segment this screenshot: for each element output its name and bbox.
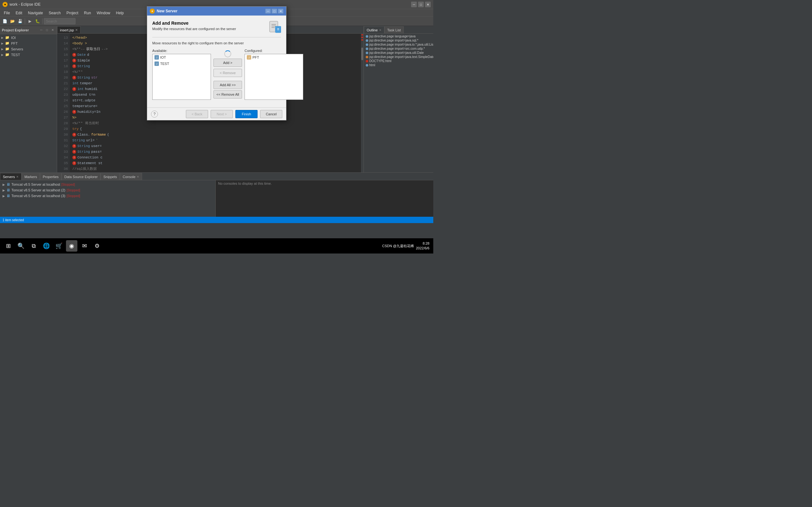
available-list[interactable]: J IOT J TEST bbox=[152, 54, 211, 100]
item-label: IOT bbox=[160, 55, 166, 59]
back-button[interactable]: < Back bbox=[186, 110, 208, 118]
add-remove-all-group: Add All >> << Remove All bbox=[213, 81, 242, 99]
taskbar-clock: 8:28 2022/6/6 bbox=[416, 241, 429, 251]
dialog-overlay: ● New Server ─ □ ✕ Add and Remove Modify… bbox=[0, 0, 433, 253]
list-item-iot[interactable]: J IOT bbox=[153, 54, 211, 60]
dialog-title-buttons: ─ □ ✕ bbox=[265, 9, 284, 14]
available-label: Available: bbox=[152, 49, 211, 53]
taskbar-right: CSDN @九凝枯花稀 8:28 2022/6/6 bbox=[378, 241, 433, 251]
dialog-step-title: Add and Remove bbox=[152, 20, 264, 26]
list-item-test[interactable]: J TEST bbox=[153, 60, 211, 67]
dialog-maximize-btn[interactable]: □ bbox=[271, 9, 277, 14]
dialog-step-desc: Modify the resources that are configured… bbox=[152, 27, 264, 31]
help-button[interactable]: ? bbox=[151, 111, 158, 118]
settings-icon[interactable]: ⚙ bbox=[91, 240, 103, 251]
time-display: 8:28 bbox=[416, 241, 429, 246]
dialog-title: New Server bbox=[157, 9, 263, 13]
configured-section: Configured: J PFT bbox=[245, 49, 303, 100]
start-button[interactable]: ⊞ bbox=[3, 240, 14, 251]
next-button[interactable]: Next > bbox=[211, 110, 233, 118]
store-icon[interactable]: 🛒 bbox=[53, 240, 65, 251]
add-button[interactable]: Add > bbox=[213, 59, 242, 67]
available-section: Available: J IOT J TEST bbox=[152, 49, 211, 100]
project-icon: J bbox=[247, 55, 251, 60]
date-display: 2022/6/6 bbox=[416, 246, 429, 250]
dialog-title-bar: ● New Server ─ □ ✕ bbox=[147, 7, 286, 15]
dialog-columns: Available: J IOT J TEST bbox=[152, 49, 281, 100]
csdn-label: CSDN @九凝枯花稀 bbox=[382, 244, 414, 248]
dialog-close-btn[interactable]: ✕ bbox=[278, 9, 284, 14]
browser-icon[interactable]: 🌐 bbox=[41, 240, 52, 251]
item-label: TEST bbox=[160, 62, 169, 66]
remove-all-button[interactable]: << Remove All bbox=[213, 90, 242, 99]
dialog-header: Add and Remove Modify the resources that… bbox=[152, 20, 281, 38]
dialog-header-icon bbox=[268, 20, 281, 33]
dialog-footer: ? < Back Next > Finish Cancel bbox=[147, 107, 286, 120]
add-remove-group: Add > < Remove bbox=[213, 50, 242, 77]
configured-list[interactable]: J PFT bbox=[245, 54, 303, 100]
spinner bbox=[224, 50, 231, 57]
dialog-icon: ● bbox=[150, 9, 155, 14]
task-view-button[interactable]: ⧉ bbox=[28, 240, 39, 251]
finish-button[interactable]: Finish bbox=[235, 110, 258, 118]
taskbar: ⊞ 🔍 ⧉ 🌐 🛒 ◉ ✉ ⚙ CSDN @九凝枯花稀 8:28 2022/6/… bbox=[0, 238, 433, 253]
dialog-instruction: Move resources to the right to configure… bbox=[152, 41, 281, 45]
dialog-content: Add and Remove Modify the resources that… bbox=[147, 15, 286, 107]
add-remove-buttons: Add > < Remove Add All >> << Remove All bbox=[213, 49, 242, 100]
taskbar-left: ⊞ 🔍 ⧉ 🌐 🛒 ◉ ✉ ⚙ bbox=[0, 240, 105, 251]
list-item-pft[interactable]: J PFT bbox=[245, 54, 303, 60]
item-label: PFT bbox=[252, 55, 259, 59]
cancel-button[interactable]: Cancel bbox=[260, 110, 282, 118]
remove-button[interactable]: < Remove bbox=[213, 69, 242, 77]
new-server-dialog: ● New Server ─ □ ✕ Add and Remove Modify… bbox=[147, 6, 287, 120]
add-all-button[interactable]: Add All >> bbox=[213, 81, 242, 89]
project-icon: J bbox=[154, 55, 159, 60]
mail-icon[interactable]: ✉ bbox=[79, 240, 90, 251]
dialog-header-text: Add and Remove Modify the resources that… bbox=[152, 20, 264, 31]
svg-rect-5 bbox=[275, 26, 281, 33]
project-icon: J bbox=[154, 61, 159, 66]
eclipse-taskbar-icon[interactable]: ◉ bbox=[66, 240, 78, 251]
configured-label: Configured: bbox=[245, 49, 303, 53]
search-button[interactable]: 🔍 bbox=[15, 240, 27, 251]
dialog-minimize-btn[interactable]: ─ bbox=[265, 9, 271, 14]
